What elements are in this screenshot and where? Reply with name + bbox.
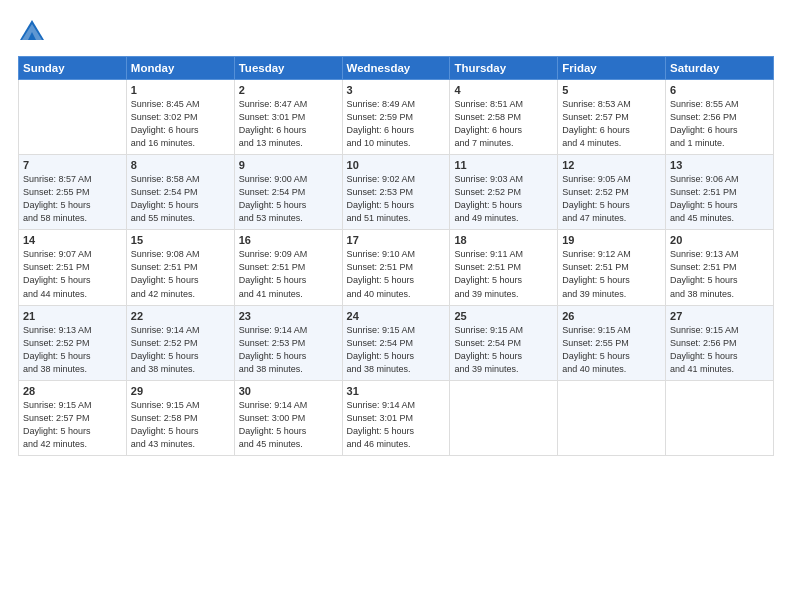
- day-number: 15: [131, 234, 230, 246]
- cell-info: Sunrise: 9:15 AMSunset: 2:57 PMDaylight:…: [23, 399, 122, 451]
- day-number: 4: [454, 84, 553, 96]
- cell-info: Sunrise: 9:14 AMSunset: 3:00 PMDaylight:…: [239, 399, 338, 451]
- cell-info: Sunrise: 9:10 AMSunset: 2:51 PMDaylight:…: [347, 248, 446, 300]
- cell-info: Sunrise: 9:15 AMSunset: 2:55 PMDaylight:…: [562, 324, 661, 376]
- day-number: 20: [670, 234, 769, 246]
- calendar-cell: 9Sunrise: 9:00 AMSunset: 2:54 PMDaylight…: [234, 155, 342, 230]
- cell-info: Sunrise: 9:11 AMSunset: 2:51 PMDaylight:…: [454, 248, 553, 300]
- logo-icon: [18, 18, 46, 46]
- calendar-cell: 1Sunrise: 8:45 AMSunset: 3:02 PMDaylight…: [126, 80, 234, 155]
- calendar-cell: [666, 380, 774, 455]
- weekday-header: Monday: [126, 57, 234, 80]
- logo: [18, 18, 50, 46]
- calendar-cell: 25Sunrise: 9:15 AMSunset: 2:54 PMDayligh…: [450, 305, 558, 380]
- calendar-cell: 7Sunrise: 8:57 AMSunset: 2:55 PMDaylight…: [19, 155, 127, 230]
- calendar-cell: 4Sunrise: 8:51 AMSunset: 2:58 PMDaylight…: [450, 80, 558, 155]
- calendar-cell: 5Sunrise: 8:53 AMSunset: 2:57 PMDaylight…: [558, 80, 666, 155]
- day-number: 31: [347, 385, 446, 397]
- calendar-week-row: 28Sunrise: 9:15 AMSunset: 2:57 PMDayligh…: [19, 380, 774, 455]
- day-number: 21: [23, 310, 122, 322]
- cell-info: Sunrise: 9:07 AMSunset: 2:51 PMDaylight:…: [23, 248, 122, 300]
- weekday-header: Friday: [558, 57, 666, 80]
- cell-info: Sunrise: 9:09 AMSunset: 2:51 PMDaylight:…: [239, 248, 338, 300]
- cell-info: Sunrise: 8:51 AMSunset: 2:58 PMDaylight:…: [454, 98, 553, 150]
- calendar-cell: 20Sunrise: 9:13 AMSunset: 2:51 PMDayligh…: [666, 230, 774, 305]
- calendar-cell: 3Sunrise: 8:49 AMSunset: 2:59 PMDaylight…: [342, 80, 450, 155]
- day-number: 8: [131, 159, 230, 171]
- day-number: 7: [23, 159, 122, 171]
- weekday-header: Sunday: [19, 57, 127, 80]
- calendar-cell: [558, 380, 666, 455]
- day-number: 6: [670, 84, 769, 96]
- day-number: 18: [454, 234, 553, 246]
- weekday-header: Saturday: [666, 57, 774, 80]
- day-number: 23: [239, 310, 338, 322]
- calendar-cell: 31Sunrise: 9:14 AMSunset: 3:01 PMDayligh…: [342, 380, 450, 455]
- calendar-cell: 6Sunrise: 8:55 AMSunset: 2:56 PMDaylight…: [666, 80, 774, 155]
- day-number: 16: [239, 234, 338, 246]
- cell-info: Sunrise: 9:02 AMSunset: 2:53 PMDaylight:…: [347, 173, 446, 225]
- day-number: 30: [239, 385, 338, 397]
- day-number: 14: [23, 234, 122, 246]
- day-number: 2: [239, 84, 338, 96]
- cell-info: Sunrise: 8:53 AMSunset: 2:57 PMDaylight:…: [562, 98, 661, 150]
- day-number: 1: [131, 84, 230, 96]
- day-number: 11: [454, 159, 553, 171]
- day-number: 27: [670, 310, 769, 322]
- cell-info: Sunrise: 8:57 AMSunset: 2:55 PMDaylight:…: [23, 173, 122, 225]
- weekday-header: Wednesday: [342, 57, 450, 80]
- day-number: 22: [131, 310, 230, 322]
- calendar-table: SundayMondayTuesdayWednesdayThursdayFrid…: [18, 56, 774, 456]
- calendar-week-row: 21Sunrise: 9:13 AMSunset: 2:52 PMDayligh…: [19, 305, 774, 380]
- calendar-cell: 2Sunrise: 8:47 AMSunset: 3:01 PMDaylight…: [234, 80, 342, 155]
- cell-info: Sunrise: 9:12 AMSunset: 2:51 PMDaylight:…: [562, 248, 661, 300]
- day-number: 26: [562, 310, 661, 322]
- calendar-cell: 18Sunrise: 9:11 AMSunset: 2:51 PMDayligh…: [450, 230, 558, 305]
- calendar-cell: 21Sunrise: 9:13 AMSunset: 2:52 PMDayligh…: [19, 305, 127, 380]
- cell-info: Sunrise: 9:03 AMSunset: 2:52 PMDaylight:…: [454, 173, 553, 225]
- day-number: 10: [347, 159, 446, 171]
- cell-info: Sunrise: 9:13 AMSunset: 2:51 PMDaylight:…: [670, 248, 769, 300]
- calendar-cell: 17Sunrise: 9:10 AMSunset: 2:51 PMDayligh…: [342, 230, 450, 305]
- day-number: 5: [562, 84, 661, 96]
- cell-info: Sunrise: 9:15 AMSunset: 2:56 PMDaylight:…: [670, 324, 769, 376]
- calendar-cell: [19, 80, 127, 155]
- cell-info: Sunrise: 9:15 AMSunset: 2:54 PMDaylight:…: [347, 324, 446, 376]
- cell-info: Sunrise: 9:15 AMSunset: 2:54 PMDaylight:…: [454, 324, 553, 376]
- calendar-cell: 30Sunrise: 9:14 AMSunset: 3:00 PMDayligh…: [234, 380, 342, 455]
- calendar-cell: 28Sunrise: 9:15 AMSunset: 2:57 PMDayligh…: [19, 380, 127, 455]
- calendar-cell: 8Sunrise: 8:58 AMSunset: 2:54 PMDaylight…: [126, 155, 234, 230]
- calendar-header-row: SundayMondayTuesdayWednesdayThursdayFrid…: [19, 57, 774, 80]
- day-number: 9: [239, 159, 338, 171]
- cell-info: Sunrise: 9:06 AMSunset: 2:51 PMDaylight:…: [670, 173, 769, 225]
- calendar-cell: 22Sunrise: 9:14 AMSunset: 2:52 PMDayligh…: [126, 305, 234, 380]
- day-number: 13: [670, 159, 769, 171]
- calendar-week-row: 7Sunrise: 8:57 AMSunset: 2:55 PMDaylight…: [19, 155, 774, 230]
- cell-info: Sunrise: 9:05 AMSunset: 2:52 PMDaylight:…: [562, 173, 661, 225]
- cell-info: Sunrise: 9:08 AMSunset: 2:51 PMDaylight:…: [131, 248, 230, 300]
- calendar-week-row: 1Sunrise: 8:45 AMSunset: 3:02 PMDaylight…: [19, 80, 774, 155]
- calendar-cell: 23Sunrise: 9:14 AMSunset: 2:53 PMDayligh…: [234, 305, 342, 380]
- calendar-cell: 15Sunrise: 9:08 AMSunset: 2:51 PMDayligh…: [126, 230, 234, 305]
- cell-info: Sunrise: 9:15 AMSunset: 2:58 PMDaylight:…: [131, 399, 230, 451]
- calendar-cell: 26Sunrise: 9:15 AMSunset: 2:55 PMDayligh…: [558, 305, 666, 380]
- day-number: 28: [23, 385, 122, 397]
- calendar-cell: 12Sunrise: 9:05 AMSunset: 2:52 PMDayligh…: [558, 155, 666, 230]
- calendar-cell: 10Sunrise: 9:02 AMSunset: 2:53 PMDayligh…: [342, 155, 450, 230]
- weekday-header: Thursday: [450, 57, 558, 80]
- calendar-cell: 29Sunrise: 9:15 AMSunset: 2:58 PMDayligh…: [126, 380, 234, 455]
- calendar-cell: 24Sunrise: 9:15 AMSunset: 2:54 PMDayligh…: [342, 305, 450, 380]
- day-number: 12: [562, 159, 661, 171]
- day-number: 24: [347, 310, 446, 322]
- calendar-cell: [450, 380, 558, 455]
- calendar-cell: 14Sunrise: 9:07 AMSunset: 2:51 PMDayligh…: [19, 230, 127, 305]
- cell-info: Sunrise: 9:14 AMSunset: 2:52 PMDaylight:…: [131, 324, 230, 376]
- cell-info: Sunrise: 9:14 AMSunset: 2:53 PMDaylight:…: [239, 324, 338, 376]
- calendar-cell: 13Sunrise: 9:06 AMSunset: 2:51 PMDayligh…: [666, 155, 774, 230]
- calendar-cell: 16Sunrise: 9:09 AMSunset: 2:51 PMDayligh…: [234, 230, 342, 305]
- cell-info: Sunrise: 8:47 AMSunset: 3:01 PMDaylight:…: [239, 98, 338, 150]
- cell-info: Sunrise: 8:55 AMSunset: 2:56 PMDaylight:…: [670, 98, 769, 150]
- calendar-cell: 11Sunrise: 9:03 AMSunset: 2:52 PMDayligh…: [450, 155, 558, 230]
- cell-info: Sunrise: 9:13 AMSunset: 2:52 PMDaylight:…: [23, 324, 122, 376]
- cell-info: Sunrise: 8:45 AMSunset: 3:02 PMDaylight:…: [131, 98, 230, 150]
